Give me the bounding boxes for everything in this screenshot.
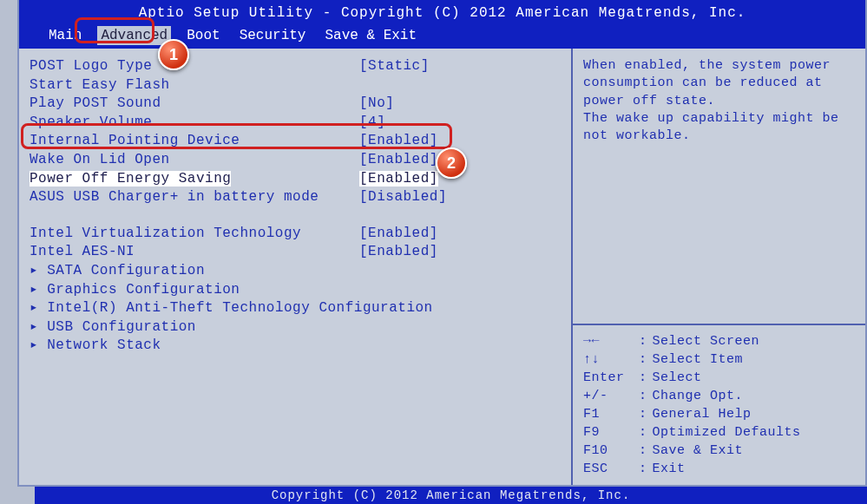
- setting-post-logo-type[interactable]: POST Logo Type [Static]: [30, 57, 571, 76]
- setting-label: Intel AES-NI: [30, 243, 359, 262]
- hint-change-opt: +/-: Change Opt.: [583, 387, 855, 405]
- setting-asus-usb-charger[interactable]: ASUS USB Charger+ in battery mode [Disab…: [30, 188, 571, 207]
- setting-wake-on-lid-open[interactable]: Wake On Lid Open [Enabled]: [30, 151, 571, 170]
- submenu-usb-configuration[interactable]: ▸ USB Configuration: [30, 318, 571, 337]
- hint-save-exit: F10: Save & Exit: [583, 442, 855, 460]
- hint-general-help: F1: General Help: [583, 405, 855, 423]
- submenu-label: Network Stack: [47, 337, 161, 353]
- tab-bar: Main Advanced Boot Security Save & Exit: [19, 26, 865, 45]
- setting-label: Intel Virtualization Technology: [30, 225, 359, 244]
- tab-boot[interactable]: Boot: [183, 26, 223, 45]
- footer: Copyright (C) 2012 American Megatrends, …: [35, 487, 867, 504]
- header-title: Aptio Setup Utility - Copyright (C) 2012…: [19, 3, 865, 23]
- submenu-graphics-configuration[interactable]: ▸ Graphics Configuration: [30, 281, 571, 300]
- tab-main[interactable]: Main: [45, 26, 85, 45]
- setting-value: [Static]: [359, 57, 430, 76]
- hint-select-screen: →←: Select Screen: [583, 332, 855, 350]
- help-panel: When enabled, the system power consumpti…: [573, 49, 865, 485]
- setting-value: [Enabled]: [359, 132, 438, 151]
- setting-power-off-energy-saving[interactable]: Power Off Energy Saving [Enabled]: [30, 170, 571, 189]
- submenu-label: SATA Configuration: [47, 263, 205, 278]
- help-text: When enabled, the system power consumpti…: [573, 49, 865, 324]
- key-hints: →←: Select Screen ↑↓: Select Item Enter:…: [573, 325, 865, 485]
- hint-enter: Enter: Select: [583, 369, 855, 387]
- bios-header: Aptio Setup Utility - Copyright (C) 2012…: [17, 0, 867, 49]
- setting-label: ASUS USB Charger+ in battery mode: [30, 188, 359, 207]
- setting-intel-virtualization[interactable]: Intel Virtualization Technology [Enabled…: [30, 225, 571, 244]
- setting-value: [Disabled]: [359, 188, 447, 207]
- setting-label: Speaker Volume: [30, 114, 359, 133]
- hint-select-item: ↑↓: Select Item: [583, 350, 855, 369]
- settings-panel: POST Logo Type [Static] Start Easy Flash…: [19, 49, 573, 485]
- submenu-label: USB Configuration: [47, 319, 196, 335]
- submenu-label: Graphics Configuration: [47, 282, 240, 298]
- tab-save-exit[interactable]: Save & Exit: [321, 26, 420, 45]
- setting-play-post-sound[interactable]: Play POST Sound [No]: [30, 95, 571, 114]
- submenu-sata-configuration[interactable]: ▸ SATA Configuration: [30, 262, 571, 281]
- submenu-anti-theft-configuration[interactable]: ▸ Intel(R) Anti-Theft Technology Configu…: [30, 299, 571, 318]
- setting-label: Power Off Energy Saving: [30, 170, 359, 189]
- submenu-network-stack[interactable]: ▸ Network Stack: [30, 337, 571, 356]
- tab-security[interactable]: Security: [236, 26, 310, 45]
- setting-intel-aes-ni[interactable]: Intel AES-NI [Enabled]: [30, 243, 571, 262]
- hint-optimized-defaults: F9: Optimized Defaults: [583, 423, 855, 442]
- hint-exit: ESC: Exit: [583, 460, 855, 478]
- main-frame: POST Logo Type [Static] Start Easy Flash…: [17, 49, 867, 487]
- setting-value: [Enabled]: [359, 243, 438, 262]
- setting-internal-pointing-device[interactable]: Internal Pointing Device [Enabled]: [30, 132, 571, 151]
- setting-value: [4]: [359, 114, 385, 133]
- tab-advanced[interactable]: Advanced: [97, 26, 171, 45]
- submenu-label: Intel(R) Anti-Theft Technology Configura…: [47, 300, 432, 316]
- setting-value: [Enabled]: [359, 170, 438, 189]
- setting-label: Internal Pointing Device: [30, 132, 359, 151]
- setting-label: Start Easy Flash: [30, 76, 359, 95]
- setting-speaker-volume[interactable]: Speaker Volume [4]: [30, 114, 571, 133]
- setting-label: POST Logo Type: [30, 57, 359, 76]
- setting-label: Play POST Sound: [30, 95, 359, 114]
- setting-value: [Enabled]: [359, 151, 438, 170]
- setting-value: [Enabled]: [359, 225, 438, 244]
- setting-start-easy-flash[interactable]: Start Easy Flash: [30, 76, 571, 95]
- setting-value: [No]: [359, 95, 394, 114]
- setting-label: Wake On Lid Open: [30, 151, 359, 170]
